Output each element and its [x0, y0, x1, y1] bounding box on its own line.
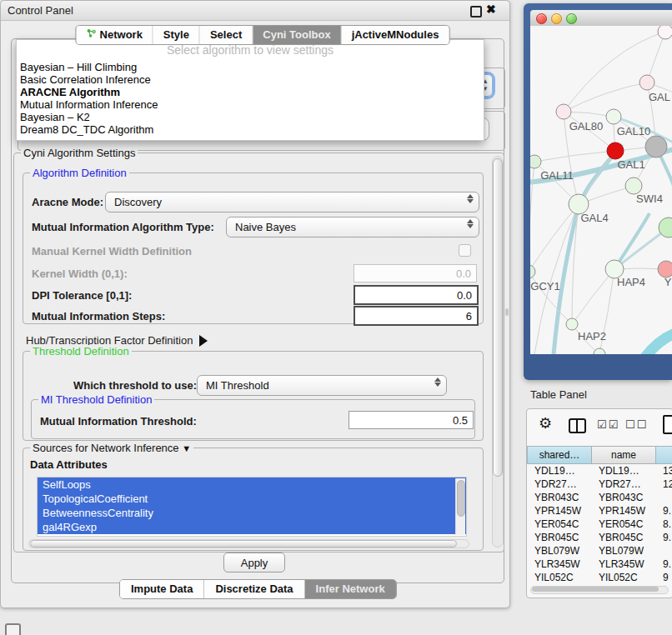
node-label: Y — [664, 276, 672, 288]
table-row[interactable]: YER054CYER054C8. — [529, 518, 672, 531]
network-node[interactable] — [645, 136, 667, 158]
table-row[interactable]: YPR145WYPR145W9. — [529, 504, 672, 518]
algorithm-option[interactable]: Bayesian – Hill Climbing — [17, 61, 484, 73]
network-node-gal10[interactable] — [606, 109, 621, 124]
bottom-tab-infer-network[interactable]: Infer Network — [305, 580, 396, 598]
aracne-mode-value: Discovery — [114, 196, 162, 208]
attributes-hscrollbar[interactable] — [28, 539, 469, 548]
tab-network[interactable]: Network — [77, 26, 153, 44]
table-row[interactable]: YIL052CYIL052C9 — [529, 571, 672, 584]
mi-type-select[interactable]: Naive Bayes — [226, 217, 479, 238]
column-header-shared[interactable]: shared… — [527, 446, 591, 464]
table-row[interactable]: YDR27…YDR27…12 — [529, 478, 672, 491]
table-cell: YLR345W — [529, 558, 593, 571]
column-header[interactable] — [655, 446, 672, 464]
control-panel-titlebar[interactable]: Control Panel ✖ — [1, 1, 509, 21]
network-window-titlebar[interactable] — [530, 10, 672, 27]
tab-label: Cyni Toolbox — [263, 28, 330, 41]
table-row[interactable]: YBR045CYBR045C9. — [529, 531, 672, 544]
node-label: GAL4 — [580, 212, 608, 224]
attributes-vscrollbar[interactable] — [455, 478, 465, 535]
network-node-gal[interactable] — [639, 75, 654, 90]
algorithm-option[interactable]: ARACNE Algorithm — [17, 86, 484, 98]
page-icon[interactable] — [663, 415, 672, 434]
gear-icon[interactable]: ⚙ — [539, 414, 552, 432]
aracne-mode-select[interactable]: Discovery — [105, 192, 479, 212]
bottom-tab-discretize-data[interactable]: Discretize Data — [204, 580, 304, 598]
close-traffic-light-icon[interactable] — [536, 13, 547, 24]
table-cell: 9. — [657, 504, 672, 518]
tab-jactivemnodules[interactable]: jActiveMNodules — [342, 26, 449, 44]
table-hscrollbar[interactable] — [530, 586, 669, 594]
panel-divider-handle[interactable] — [505, 308, 509, 316]
network-node-swi4[interactable] — [625, 178, 642, 194]
table-cell: YLR345W — [593, 558, 657, 571]
dock-panel-icon[interactable] — [5, 623, 21, 635]
data-attributes-list[interactable]: SelfLoopsTopologicalCoefficientBetweenne… — [37, 477, 467, 537]
close-icon[interactable]: ✖ — [486, 2, 496, 16]
split-columns-icon[interactable] — [569, 418, 586, 433]
table-header-row: shared…name — [527, 446, 672, 464]
table-cell: 12 — [657, 478, 672, 491]
mi-threshold-value: 0.5 — [453, 414, 468, 427]
node-label: GAL1 — [617, 158, 644, 171]
tab-style[interactable]: Style — [153, 26, 200, 44]
hide-columns-icon[interactable]: ☐☐ — [625, 418, 648, 431]
table-hscrollbar-thumb[interactable] — [532, 587, 659, 592]
network-node-gal1[interactable] — [607, 142, 624, 159]
table-cell — [657, 544, 672, 558]
table-row[interactable]: YLR345WYLR345W9. — [529, 558, 672, 571]
network-node[interactable] — [594, 348, 605, 354]
tab-select[interactable]: Select — [200, 26, 253, 44]
which-threshold-label: Which threshold to use: — [73, 379, 197, 392]
network-node-hap2[interactable] — [566, 318, 578, 330]
tab-cyni-toolbox[interactable]: Cyni Toolbox — [253, 26, 341, 44]
show-columns-icon[interactable]: ☑☑ — [597, 418, 619, 431]
control-panel-title: Control Panel — [8, 4, 73, 17]
kernel-width-value: 0.0 — [456, 268, 471, 280]
network-view-window[interactable]: GALGAL80GAL10GAL1GAL11SWI4GAL4GCY1HAP4YH… — [524, 3, 672, 380]
algorithm-option[interactable]: Basic Correlation Inference — [17, 73, 484, 86]
algorithm-option[interactable]: Dream8 DC_TDC Algorithm — [17, 123, 484, 136]
algorithm-option[interactable]: Bayesian – K2 — [17, 111, 484, 123]
network-node-gal11[interactable] — [530, 155, 541, 168]
attribute-item[interactable]: TopologicalCoefficient — [38, 492, 466, 506]
node-label: HAP4 — [617, 276, 645, 288]
network-node-y[interactable] — [658, 261, 672, 278]
mi-threshold-field[interactable]: 0.5 — [349, 411, 474, 429]
attribute-item[interactable]: BetweennessCentrality — [38, 506, 466, 520]
dpi-tolerance-field[interactable]: 0.0 — [354, 285, 479, 305]
apply-button[interactable]: Apply — [223, 552, 285, 572]
table-row[interactable]: YBR043CYBR043C — [529, 491, 672, 504]
attributes-vscrollbar-thumb[interactable] — [457, 480, 465, 517]
tab-label: jActiveMNodules — [352, 28, 439, 41]
node-label: GAL10 — [617, 125, 650, 138]
table-row[interactable]: YDL19…YDL19…13 — [529, 464, 672, 478]
bottom-tab-impute-data[interactable]: Impute Data — [120, 580, 204, 598]
zoom-traffic-light-icon[interactable] — [566, 13, 577, 24]
aracne-mode-label: Aracne Mode: — [32, 196, 103, 208]
column-header-name[interactable]: name — [591, 446, 655, 464]
network-node[interactable] — [658, 26, 672, 39]
network-node-labels: GALGAL80GAL10GAL1GAL11SWI4GAL4GCY1HAP4YH… — [530, 91, 671, 342]
float-window-icon[interactable] — [470, 6, 482, 18]
sources-group-title[interactable]: Sources for Network Inference ▼ — [30, 442, 193, 454]
algorithm-option[interactable]: Mutual Information Inference — [17, 98, 484, 111]
table-cell: YPR145W — [593, 504, 657, 518]
table-row[interactable]: YBL079WYBL079W — [529, 544, 672, 558]
settings-scrollbar-thumb[interactable] — [493, 158, 503, 477]
attribute-item[interactable]: gal4RGexp — [38, 520, 466, 534]
network-node-gal80[interactable] — [556, 104, 571, 119]
settings-scrollbar[interactable] — [492, 156, 504, 548]
manual-kernel-checkbox[interactable] — [459, 244, 471, 257]
which-threshold-select[interactable]: MI Threshold — [197, 375, 447, 396]
network-canvas[interactable]: GALGAL80GAL10GAL1GAL11SWI4GAL4GCY1HAP4YH… — [530, 26, 672, 354]
attributes-hscrollbar-thumb[interactable] — [30, 540, 457, 548]
minimize-traffic-light-icon[interactable] — [551, 13, 562, 24]
network-icon — [87, 28, 97, 41]
network-node-gcy1[interactable] — [530, 265, 535, 278]
mi-steps-field[interactable]: 6 — [354, 306, 479, 326]
network-graph: GALGAL80GAL10GAL1GAL11SWI4GAL4GCY1HAP4YH… — [530, 26, 672, 354]
attribute-item[interactable]: SelfLoops — [38, 478, 466, 492]
table-cell: YIL052C — [529, 571, 593, 584]
